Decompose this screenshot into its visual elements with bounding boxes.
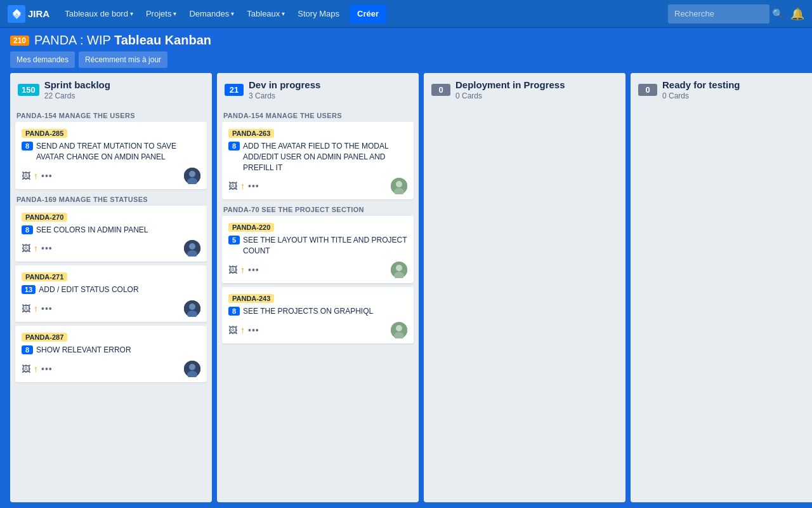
column-header-sprint-backlog: 150 Sprint backlog 22 Cards: [10, 73, 212, 105]
story-points: 8: [22, 225, 33, 234]
card-priority-icon[interactable]: ↑: [34, 243, 38, 253]
column-header-text: Deployment in Progress 0 Cards: [455, 79, 565, 100]
chevron-down-icon: ▾: [282, 10, 285, 17]
column-title: Sprint backlog: [44, 79, 110, 90]
epic-section: PANDA-154 MANAGE THE USERS PANDA-263 8 A…: [222, 109, 414, 199]
card-footer: 🖼 ↑ •••: [228, 322, 407, 338]
mes-demandes-button[interactable]: Mes demandes: [10, 51, 75, 68]
card-tag: PANDA-285: [22, 129, 67, 138]
chevron-down-icon: ▾: [231, 10, 234, 17]
svg-point-2: [189, 171, 195, 177]
column-body-dev-in-progress: PANDA-154 MANAGE THE USERS PANDA-263 8 A…: [217, 105, 419, 502]
card-tag: PANDA-220: [228, 223, 274, 232]
epic-section: PANDA-154 MANAGE THE USERS PANDA-285 8 S…: [15, 109, 207, 189]
svg-point-17: [396, 265, 402, 271]
card-actions: 🖼 ↑ •••: [228, 325, 259, 335]
card-action-icon[interactable]: 🖼: [22, 304, 30, 314]
card-priority-icon[interactable]: ↑: [34, 171, 38, 181]
nav-tableaux[interactable]: Tableaux ▾: [240, 0, 291, 28]
avatar: [391, 262, 407, 278]
card-content: 13 ADD / EDIT STATUS COLOR: [22, 284, 200, 295]
column-badge: 21: [225, 84, 244, 96]
jira-logo[interactable]: JIRA: [8, 5, 49, 23]
card-more-icon[interactable]: •••: [41, 243, 53, 253]
card-more-icon[interactable]: •••: [248, 265, 259, 275]
nav-story-maps[interactable]: Story Maps: [291, 0, 346, 28]
search-icon[interactable]: 🔍: [772, 8, 784, 20]
card-more-icon[interactable]: •••: [248, 325, 259, 335]
filter-row: Mes demandes Récemment mis à jour: [10, 51, 802, 68]
search-input[interactable]: [668, 4, 769, 23]
navbar: JIRA Tableaux de bord ▾ Projets ▾ Demand…: [0, 0, 812, 28]
kanban-board: 150 Sprint backlog 22 Cards PANDA-154 MA…: [0, 73, 812, 507]
card-content: 8 SEE COLORS IN ADMIN PANEL: [22, 225, 200, 236]
column-header-dev-in-progress: 21 Dev in progress 3 Cards: [217, 73, 419, 105]
page-title-row: 210 PANDA : WIP Tableau Kanban: [10, 33, 802, 48]
card-actions: 🖼 ↑ •••: [228, 265, 259, 275]
card-text: SEND AND TREAT MUTATION TO SAVE AVATAR C…: [36, 141, 200, 163]
card-more-icon[interactable]: •••: [41, 364, 53, 374]
card[interactable]: PANDA-270 8 SEE COLORS IN ADMIN PANEL 🖼 …: [15, 206, 207, 262]
epic-label: PANDA-154 MANAGE THE USERS: [222, 109, 414, 122]
card-tag: PANDA-243: [228, 294, 274, 303]
card-priority-icon[interactable]: ↑: [240, 265, 245, 275]
svg-rect-0: [8, 5, 25, 23]
card-priority-icon[interactable]: ↑: [34, 364, 38, 374]
svg-point-5: [189, 243, 195, 250]
nav-projets[interactable]: Projets ▾: [140, 0, 183, 28]
column-body-deployment-in-progress: [424, 105, 625, 502]
card-text: SHOW RELEVANT ERROR: [36, 345, 200, 356]
card-more-icon[interactable]: •••: [41, 171, 53, 181]
column-count: 3 Cards: [249, 91, 320, 100]
card-more-icon[interactable]: •••: [248, 181, 259, 191]
card[interactable]: PANDA-287 8 SHOW RELEVANT ERROR 🖼 ↑ •••: [15, 326, 207, 382]
card-more-icon[interactable]: •••: [41, 304, 53, 314]
column-badge: 150: [18, 84, 39, 96]
card-footer: 🖼 ↑ •••: [22, 300, 200, 317]
avatar: [184, 361, 200, 377]
avatar: [391, 322, 407, 338]
card-action-icon[interactable]: 🖼: [22, 364, 30, 374]
card[interactable]: PANDA-263 8 ADD THE AVATAR FIELD TO THE …: [222, 122, 414, 199]
card-action-icon[interactable]: 🖼: [228, 265, 237, 275]
card[interactable]: PANDA-220 5 SEE THE LAYOUT WITH TITLE AN…: [222, 216, 414, 283]
chevron-down-icon: ▾: [173, 10, 176, 17]
recently-updated-button[interactable]: Récemment mis à jour: [79, 51, 167, 68]
avatar: [184, 168, 200, 184]
card-priority-icon[interactable]: ↑: [240, 325, 245, 335]
nav-demandes[interactable]: Demandes ▾: [183, 0, 240, 28]
card-priority-icon[interactable]: ↑: [240, 181, 245, 191]
column-header-ready-for-testing: 0 Ready for testing 0 Cards: [631, 73, 812, 105]
card-content: 5 SEE THE LAYOUT WITH TITLE AND PROJECT …: [228, 235, 407, 257]
column-header-text: Sprint backlog 22 Cards: [44, 79, 110, 100]
jira-wordmark: JIRA: [28, 8, 49, 19]
card-actions: 🖼 ↑ •••: [22, 364, 53, 374]
column-title: Dev in progress: [249, 79, 320, 90]
column-count: 0 Cards: [662, 91, 740, 100]
card-action-icon[interactable]: 🖼: [22, 243, 30, 253]
card-tag: PANDA-271: [22, 272, 67, 281]
card-footer: 🖼 ↑ •••: [228, 178, 407, 194]
card-tag: PANDA-263: [228, 129, 274, 138]
nav-tableaux-de-bord[interactable]: Tableaux de bord ▾: [58, 0, 140, 28]
card-action-icon[interactable]: 🖼: [228, 181, 237, 191]
svg-point-20: [396, 325, 402, 331]
card[interactable]: PANDA-285 8 SEND AND TREAT MUTATION TO S…: [15, 122, 207, 189]
page-title-prefix: PANDA : WIP: [34, 33, 110, 47]
chevron-down-icon: ▾: [130, 10, 133, 17]
column-header-deployment-in-progress: 0 Deployment in Progress 0 Cards: [424, 73, 625, 105]
card[interactable]: PANDA-243 8 SEE THE PROJECTS ON GRAPHIQL…: [222, 287, 414, 344]
column-dev-in-progress: 21 Dev in progress 3 Cards PANDA-154 MAN…: [217, 73, 419, 502]
card-action-icon[interactable]: 🖼: [22, 171, 30, 181]
story-points: 8: [22, 142, 33, 150]
card-action-icon[interactable]: 🖼: [228, 325, 237, 335]
card-priority-icon[interactable]: ↑: [34, 304, 38, 314]
card[interactable]: PANDA-271 13 ADD / EDIT STATUS COLOR 🖼 ↑…: [15, 265, 207, 322]
card-tag: PANDA-270: [22, 213, 67, 222]
notifications-icon[interactable]: 🔔: [790, 7, 804, 21]
avatar: [391, 178, 407, 194]
create-button[interactable]: Créer: [350, 4, 386, 23]
card-footer: 🖼 ↑ •••: [228, 262, 407, 278]
card-footer: 🖼 ↑ •••: [22, 240, 200, 257]
column-body-sprint-backlog: PANDA-154 MANAGE THE USERS PANDA-285 8 S…: [10, 105, 212, 502]
